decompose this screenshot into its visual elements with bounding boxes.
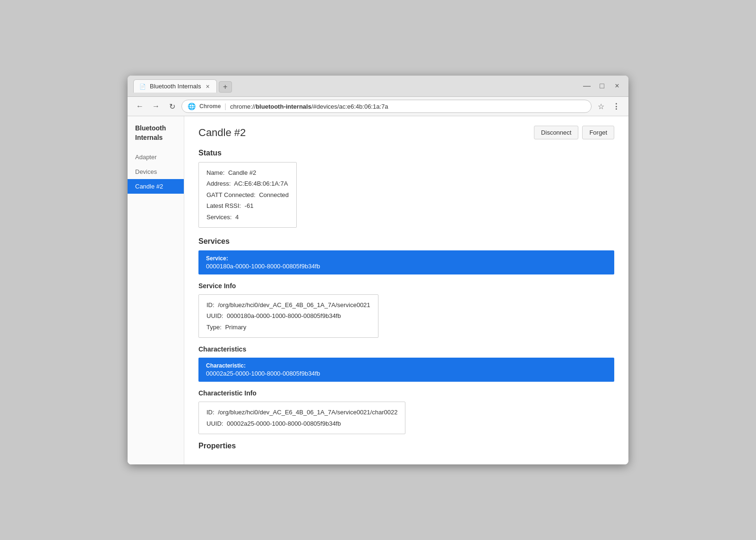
char-info-box: ID: /org/bluez/hci0/dev_AC_E6_4B_06_1A_7… [198,402,405,434]
tab-close-button[interactable]: × [205,83,210,90]
char-id-value: /org/bluez/hci0/dev_AC_E6_4B_06_1A_7A/se… [218,409,397,416]
sidebar-devices-label: Devices [135,168,157,175]
service-type-row: Type: Primary [206,322,370,333]
window-controls: — □ × [581,80,623,92]
characteristics-section-title: Characteristics [198,345,614,353]
nav-bar: Chrome | chrome://bluetooth-internals/#d… [128,97,628,116]
forward-icon [152,102,160,111]
status-services-row: Services: 4 [206,212,289,223]
status-address-label: Address: [206,180,231,187]
status-name-value: Candle #2 [228,169,256,176]
properties-section-title: Properties [198,442,614,450]
app-content: Bluetooth Internals Adapter Devices Cand… [128,116,628,464]
address-bold: bluetooth-internals [256,103,311,110]
status-rssi-row: Latest RSSI: -61 [206,200,289,211]
status-name-label: Name: [206,169,224,176]
characteristic-bar[interactable]: Characteristic: 00002a25-0000-1000-8000-… [198,358,614,382]
sidebar-candle-label: Candle #2 [135,183,163,190]
sidebar-item-adapter[interactable]: Adapter [128,150,184,164]
browser-window: Bluetooth Internals × + — □ × Chrome | c… [128,76,628,464]
service-uuid-row: UUID: 0000180a-0000-1000-8000-00805f9b34… [206,310,370,321]
reload-button[interactable] [165,100,179,113]
service-id-label: ID: [206,301,215,309]
status-address-row: Address: AC:E6:4B:06:1A:7A [206,178,289,189]
service-info-box: ID: /org/bluez/hci0/dev_AC_E6_4B_06_1A_7… [198,294,378,338]
service-info-section-title: Service Info [198,282,614,290]
forward-button[interactable] [149,100,163,113]
bookmark-button[interactable] [594,100,608,113]
sidebar-title: Bluetooth Internals [128,124,184,150]
sidebar: Bluetooth Internals Adapter Devices Cand… [128,116,184,464]
char-bar-uuid: 00002a25-0000-1000-8000-00805f9b34fb [206,370,607,377]
status-services-label: Services: [206,214,232,221]
char-uuid-row: UUID: 00002a25-0000-1000-8000-00805f9b34… [206,418,397,429]
address-bar[interactable]: Chrome | chrome://bluetooth-internals/#d… [181,100,592,113]
disconnect-button[interactable]: Disconnect [534,126,578,139]
reload-icon [169,102,175,111]
status-name-row: Name: Candle #2 [206,167,289,178]
status-info-box: Name: Candle #2 Address: AC:E6:4B:06:1A:… [198,162,297,228]
char-bar-label: Characteristic: [206,362,607,369]
service-id-value: /org/bluez/hci0/dev_AC_E6_4B_06_1A_7A/se… [218,301,370,309]
dots-icon [612,102,620,111]
char-id-label: ID: [206,409,215,416]
star-icon [598,102,604,111]
active-tab[interactable]: Bluetooth Internals × [133,79,217,93]
char-uuid-value: 00002a25-0000-1000-8000-00805f9b34fb [227,420,341,427]
sidebar-item-devices[interactable]: Devices [128,164,184,179]
globe-icon [188,102,196,111]
main-content: Candle #2 Disconnect Forget Status Name:… [184,116,628,464]
forget-button[interactable]: Forget [582,126,614,139]
service-id-row: ID: /org/bluez/hci0/dev_AC_E6_4B_06_1A_7… [206,300,370,310]
status-address-value: AC:E6:4B:06:1A:7A [234,180,288,187]
char-id-row: ID: /org/bluez/hci0/dev_AC_E6_4B_06_1A_7… [206,407,397,418]
page-header: Candle #2 Disconnect Forget [198,126,614,139]
minimize-button[interactable]: — [581,80,593,92]
service-bar[interactable]: Service: 0000180a-0000-1000-8000-00805f9… [198,250,614,274]
header-actions: Disconnect Forget [534,126,614,139]
close-button[interactable]: × [611,80,623,92]
address-separator: | [224,103,226,110]
status-gatt-label: GATT Connected: [206,191,256,198]
address-rest: /#devices/ac:e6:4b:06:1a:7a [311,103,388,110]
new-tab-button[interactable]: + [219,81,232,93]
services-section-title: Services [198,237,614,246]
status-section-title: Status [198,149,614,157]
tab-label: Bluetooth Internals [150,83,201,90]
title-bar: Bluetooth Internals × + — □ × [128,76,628,97]
maximize-button[interactable]: □ [596,80,608,92]
service-bar-label: Service: [206,255,607,262]
char-uuid-label: UUID: [206,420,223,427]
chrome-label: Chrome [199,103,221,110]
status-gatt-value: Connected [259,191,289,198]
service-bar-uuid: 0000180a-0000-1000-8000-00805f9b34fb [206,263,607,270]
service-uuid-value: 0000180a-0000-1000-8000-00805f9b34fb [227,312,341,319]
sidebar-item-candle[interactable]: Candle #2 [128,179,184,194]
tab-area: Bluetooth Internals × + [133,79,577,93]
tab-icon [139,83,146,90]
status-services-value: 4 [235,214,239,221]
page-title: Candle #2 [198,127,246,139]
characteristic-info-section-title: Characteristic Info [198,389,614,397]
nav-extras [594,100,623,113]
status-rssi-value: -61 [245,202,254,209]
service-type-label: Type: [206,324,222,331]
service-type-value: Primary [225,324,246,331]
service-uuid-label: UUID: [206,312,223,319]
back-button[interactable] [133,100,146,113]
address-text: chrome://bluetooth-internals/#devices/ac… [230,103,585,110]
status-gatt-row: GATT Connected: Connected [206,189,289,200]
back-icon [136,102,144,111]
status-rssi-label: Latest RSSI: [206,202,241,209]
address-plain: chrome:// [230,103,256,110]
sidebar-adapter-label: Adapter [135,154,157,161]
menu-button[interactable] [610,100,623,113]
